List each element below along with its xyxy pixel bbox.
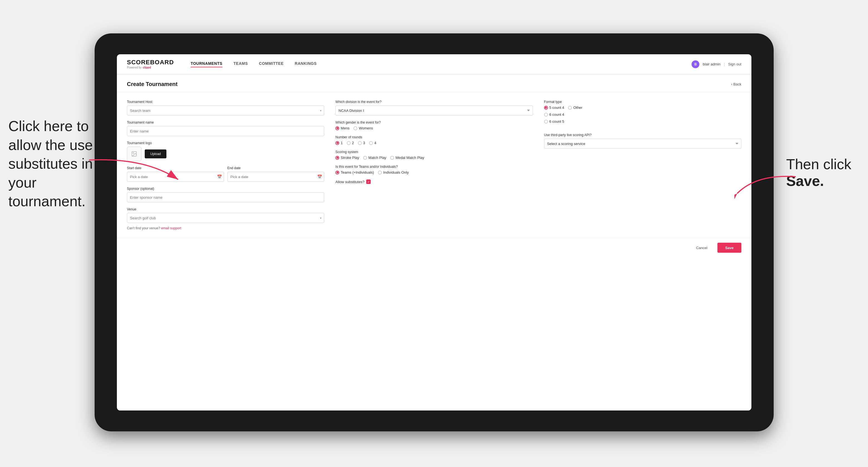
scoring-service-select[interactable]: Select a scoring service [544,138,741,149]
format-5count4-label: 5 count 4 [549,105,564,110]
email-support-link[interactable]: email support [161,226,181,230]
scoring-group: Scoring system Stroke Play Match Play [335,150,533,160]
cancel-button[interactable]: Cancel [689,243,714,253]
save-button[interactable]: Save [717,243,741,253]
nav-bar: SCOREBOARD Powered by clippd TOURNAMENTS… [117,54,751,74]
annotation-right: Then click Save. [786,156,851,189]
page-header: Create Tournament ‹ Back [117,74,751,92]
end-date-input[interactable] [227,172,324,182]
scoring-match-radio[interactable] [363,156,367,160]
format-other-option[interactable]: Other [568,105,583,110]
substitutes-label: Allow substitutes? [335,180,364,184]
scoring-stroke-radio[interactable] [335,156,339,160]
format-6count4-label: 6 count 4 [549,113,564,117]
format-6count4-radio[interactable] [544,113,548,117]
sponsor-group: Sponsor (optional) [127,187,324,202]
rounds-label: Number of rounds [335,135,533,139]
search-team-input[interactable] [127,105,324,116]
nav-teams[interactable]: TEAMS [234,61,248,67]
nav-rankings[interactable]: RANKINGS [295,61,317,67]
individuals-only-option[interactable]: Individuals Only [378,170,409,175]
gender-label: Which gender is the event for? [335,121,533,124]
rounds-2-option[interactable]: 2 [347,141,354,145]
rounds-4-radio[interactable] [369,141,373,145]
format-6count4-option[interactable]: 6 count 4 [544,113,741,117]
division-select[interactable]: NCAA Division I [335,105,533,116]
nav-tournaments[interactable]: TOURNAMENTS [191,61,222,67]
venue-label: Venue [127,207,324,211]
form-body: Tournament Host ▾ Tournament name Tourna… [117,92,751,238]
tablet-frame: SCOREBOARD Powered by clippd TOURNAMENTS… [95,33,774,431]
scoring-medal-label: Medal Match Play [396,156,424,160]
end-date-label: End date [227,166,324,170]
tournament-host-select-wrapper: ▾ [127,105,324,116]
gender-mens-radio[interactable] [335,126,339,130]
scoring-match-option[interactable]: Match Play [363,156,386,160]
teams-label: Is this event for Teams and/or Individua… [335,165,533,169]
scoring-medal-radio[interactable] [390,156,394,160]
scoring-radio-group: Stroke Play Match Play Medal Match Play [335,156,533,160]
user-name: blair admin [703,62,720,66]
tournament-host-group: Tournament Host ▾ [127,100,324,116]
scoring-stroke-option[interactable]: Stroke Play [335,156,359,160]
format-5count4-group: 5 count 4 Other [544,105,741,110]
rounds-radio-group: 1 2 3 4 [335,141,533,145]
sponsor-input[interactable] [127,192,324,202]
format-6count5-option[interactable]: 6 count 5 [544,119,741,124]
gender-mens-option[interactable]: Mens [335,126,349,130]
tournament-name-input[interactable] [127,126,324,136]
teams-individuals-option[interactable]: Teams (+Individuals) [335,170,374,175]
format-other-radio[interactable] [568,106,572,110]
individuals-only-radio[interactable] [378,170,382,175]
venue-hint: Can't find your venue? email support [127,226,324,230]
rounds-4-label: 4 [374,141,376,145]
form-footer: Cancel Save [117,238,751,257]
gender-womens-label: Womens [359,126,373,130]
scoring-api-label: Use third-party live scoring API? [544,133,741,137]
gender-radio-group: Mens Womens [335,126,533,130]
logo-powered: Powered by clippd [127,66,174,69]
substitutes-checkbox[interactable]: ✓ [366,180,371,184]
tournament-logo-label: Tournament logo [127,141,324,145]
rounds-3-radio[interactable] [358,141,362,145]
logo-scoreboard: SCOREBOARD [127,59,174,65]
form-col-2: Which division is the event for? NCAA Di… [335,100,533,230]
nav-user: B blair admin | Sign out [691,60,741,68]
teams-radio-group: Teams (+Individuals) Individuals Only [335,170,533,175]
rounds-1-option[interactable]: 1 [335,141,343,145]
rounds-3-option[interactable]: 3 [358,141,365,145]
end-date-group: End date 📅 [227,166,324,182]
format-6count5-radio[interactable] [544,120,548,124]
division-group: Which division is the event for? NCAA Di… [335,100,533,116]
substitutes-group: Allow substitutes? ✓ [335,180,533,184]
rounds-group: Number of rounds 1 2 [335,135,533,145]
gender-womens-option[interactable]: Womens [353,126,373,130]
sign-out-link[interactable]: Sign out [728,62,741,66]
sponsor-label: Sponsor (optional) [127,187,324,191]
avatar: B [691,60,700,68]
format-6count5-label: 6 count 5 [549,119,564,124]
venue-input[interactable] [127,213,324,223]
nav-committee[interactable]: COMMITTEE [259,61,284,67]
teams-individuals-radio[interactable] [335,170,339,175]
scoring-api-group: Use third-party live scoring API? Select… [544,133,741,149]
back-button[interactable]: ‹ Back [731,82,741,86]
page-title: Create Tournament [127,81,178,87]
gender-group: Which gender is the event for? Mens Wome… [335,121,533,130]
rounds-1-radio[interactable] [335,141,339,145]
format-type-label: Format type [544,100,741,104]
venue-group: Venue ▾ Can't find your venue? email sup… [127,207,324,230]
rounds-3-label: 3 [363,141,365,145]
rounds-4-option[interactable]: 4 [369,141,376,145]
scoring-medal-option[interactable]: Medal Match Play [390,156,424,160]
format-options: 5 count 4 Other 6 count 4 [544,105,741,124]
scoring-match-label: Match Play [368,156,386,160]
gender-womens-radio[interactable] [353,126,357,130]
format-5count4-radio[interactable] [544,106,548,110]
division-select-wrapper: NCAA Division I [335,105,533,116]
tournament-host-label: Tournament Host [127,100,324,104]
format-5count4-option[interactable]: 5 count 4 [544,105,564,110]
rounds-2-radio[interactable] [347,141,351,145]
logo-area: SCOREBOARD Powered by clippd [127,59,174,69]
scoring-select-wrapper: Select a scoring service [544,138,741,149]
